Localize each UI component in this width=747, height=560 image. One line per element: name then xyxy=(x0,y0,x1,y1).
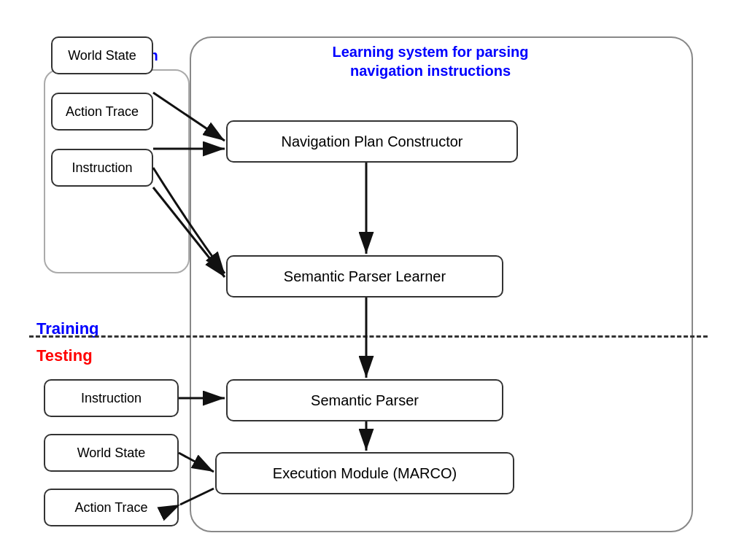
test-action-trace-box: Action Trace xyxy=(44,489,179,526)
test-instruction-box: Instruction xyxy=(44,379,179,417)
nav-plan-constructor-box: Navigation Plan Constructor xyxy=(226,120,518,163)
sem-parser-learner-box: Semantic Parser Learner xyxy=(226,255,503,298)
sem-parser-box: Semantic Parser xyxy=(226,379,503,421)
testing-label: Testing xyxy=(36,346,93,365)
learning-system-label: Learning system for parsingnavigation in… xyxy=(306,42,554,80)
instruction-top-box: Instruction xyxy=(51,149,153,187)
test-world-state-box: World State xyxy=(44,434,179,472)
action-trace-top-box: Action Trace xyxy=(51,93,153,131)
diagram-container: Learning system for parsingnavigation in… xyxy=(29,15,715,545)
training-testing-divider xyxy=(29,335,708,338)
world-state-top-box: World State xyxy=(51,36,153,74)
exec-module-box: Execution Module (MARCO) xyxy=(215,452,514,494)
